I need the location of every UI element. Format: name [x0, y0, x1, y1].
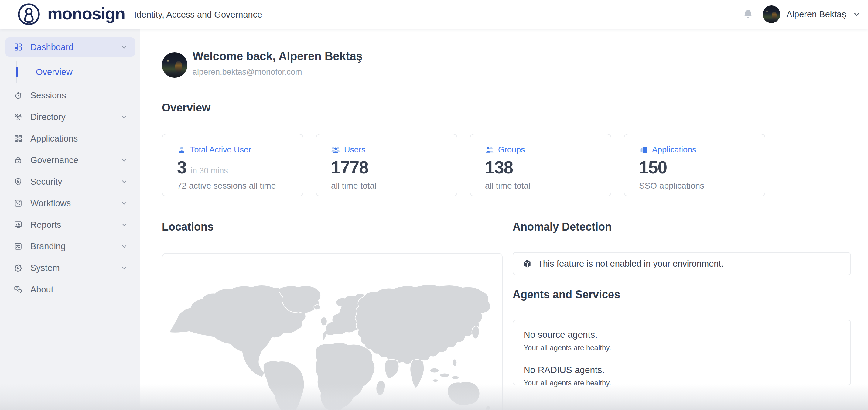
- sidebar: Dashboard Overview Sessions: [0, 29, 140, 410]
- sidebar-item-applications[interactable]: Applications: [5, 129, 135, 148]
- sidebar-item-workflows[interactable]: Workflows: [5, 193, 135, 213]
- sidebar-item-directory[interactable]: Directory: [5, 107, 135, 127]
- map-new-zealand: [486, 405, 490, 410]
- svg-text:!: !: [20, 289, 20, 292]
- stat-footer: SSO applications: [639, 181, 756, 191]
- sidebar-item-label: Security: [30, 177, 62, 187]
- sidebar-item-label: Branding: [30, 242, 66, 251]
- chevron-down-icon: [120, 113, 128, 121]
- main-content: Welcome back, Alperen Bektaş alperen.bek…: [140, 29, 868, 410]
- sidebar-item-label: About: [30, 285, 54, 294]
- stat-card-total-active-user: Total Active User 3 in 30 mins 72 active…: [162, 134, 303, 196]
- dashboard-icon: [14, 42, 23, 52]
- anomaly-card: This feature is not enabled in your envi…: [513, 252, 851, 275]
- chevron-down-icon: [120, 178, 128, 186]
- stat-cards-row: Total Active User 3 in 30 mins 72 active…: [162, 134, 765, 196]
- stat-label: Users: [344, 145, 366, 155]
- stat-value: 3: [177, 159, 186, 176]
- sidebar-nav: Dashboard Overview Sessions: [0, 29, 140, 299]
- map-iceland: [314, 305, 320, 310]
- active-user-icon: [177, 146, 186, 155]
- map-island: [432, 379, 439, 382]
- stat-card-applications: Applications 150 SSO applications: [624, 134, 765, 196]
- overview-heading: Overview: [162, 101, 211, 114]
- sidebar-item-governance[interactable]: Governance: [5, 150, 135, 170]
- map-south-america: [263, 361, 304, 410]
- chevron-down-icon: [120, 221, 128, 229]
- sidebar-item-branding[interactable]: Branding: [5, 236, 135, 256]
- map-island: [453, 359, 457, 366]
- sidebar-item-dashboard[interactable]: Dashboard: [5, 37, 135, 57]
- users-group-icon: [14, 113, 23, 122]
- sidebar-item-label: Sessions: [30, 91, 66, 100]
- brand-name: monosign: [48, 5, 125, 22]
- map-island: [452, 376, 459, 379]
- agent-status-title: No RADIUS agents.: [524, 365, 840, 375]
- brand-group[interactable]: monosign Identity, Access and Governance: [0, 2, 262, 26]
- agents-card: No source agents. Your all agents are he…: [513, 320, 851, 385]
- welcome-email: alperen.bektas@monofor.com: [192, 67, 302, 77]
- sidebar-subitem-overview[interactable]: Overview: [36, 59, 72, 85]
- map-island: [430, 368, 439, 373]
- shield-user-icon: [14, 177, 23, 186]
- map-arabia: [385, 359, 399, 379]
- stat-value: 1778: [331, 159, 368, 176]
- chevron-down-icon: [120, 43, 128, 51]
- users-icon: [331, 146, 340, 155]
- user-group: Alperen Bektaş: [741, 5, 868, 23]
- chevron-down-icon: [120, 199, 128, 207]
- gear-icon: [14, 263, 23, 273]
- agents-heading: Agents and Services: [513, 288, 620, 301]
- bell-icon: [742, 8, 754, 20]
- map-island: [440, 373, 449, 378]
- stat-footer: 72 active sessions all time: [177, 181, 294, 191]
- stopwatch-icon: [14, 91, 23, 100]
- stat-suffix: in 30 mins: [191, 166, 228, 176]
- sidebar-item-sessions[interactable]: Sessions: [5, 86, 135, 105]
- cube-icon: [522, 259, 532, 269]
- user-menu-button[interactable]: Alperen Bektaş: [763, 5, 861, 23]
- top-header: monosign Identity, Access and Governance…: [0, 0, 868, 29]
- sidebar-item-about[interactable]: ? ! About: [5, 280, 135, 299]
- brand-tagline: Identity, Access and Governance: [134, 10, 262, 20]
- user-avatar: [763, 5, 780, 23]
- stat-label: Groups: [498, 145, 525, 155]
- svg-text:?: ?: [17, 287, 18, 290]
- sidebar-item-label: System: [30, 263, 60, 273]
- chat-question-icon: ? !: [14, 285, 23, 294]
- app-window: monosign Identity, Access and Governance…: [0, 0, 868, 410]
- applications-stack-icon: [639, 146, 648, 155]
- stat-card-users: Users 1778 all time total: [316, 134, 457, 196]
- divider: [162, 92, 850, 92]
- spacer: [524, 352, 840, 365]
- chevron-down-icon: [120, 264, 128, 272]
- agent-status-subtitle: Your all agents are healthy.: [524, 344, 840, 352]
- chevron-down-icon: [852, 10, 861, 19]
- map-uk: [320, 317, 327, 325]
- chevron-down-icon: [120, 156, 128, 164]
- monosign-logo-icon: [17, 2, 41, 26]
- sidebar-item-label: Applications: [30, 134, 78, 144]
- welcome-avatar: [162, 52, 187, 78]
- map-japan: [472, 326, 479, 339]
- map-india: [410, 359, 424, 388]
- stat-value: 150: [639, 159, 667, 176]
- agent-status-subtitle: Your all agents are healthy.: [524, 379, 840, 387]
- map-asia: [355, 285, 490, 364]
- sidebar-item-label: Dashboard: [30, 42, 73, 52]
- lock-icon: [14, 156, 23, 165]
- app-grid-icon: [14, 134, 23, 143]
- sidebar-subitem-label: Overview: [36, 67, 72, 77]
- anomaly-heading: Anomaly Detection: [513, 220, 612, 233]
- agent-status-title: No source agents.: [524, 329, 840, 340]
- submenu-active-indicator: [16, 67, 18, 77]
- sidebar-item-label: Reports: [30, 220, 61, 230]
- sidebar-item-security[interactable]: Security: [5, 172, 135, 191]
- sidebar-item-reports[interactable]: Reports: [5, 215, 135, 234]
- notifications-button[interactable]: [741, 8, 755, 21]
- monitor-chart-icon: [14, 220, 23, 229]
- stat-card-groups: Groups 138 all time total: [470, 134, 611, 196]
- sliders-icon: [14, 242, 23, 251]
- stat-footer: all time total: [485, 181, 602, 191]
- sidebar-item-system[interactable]: System: [5, 258, 135, 278]
